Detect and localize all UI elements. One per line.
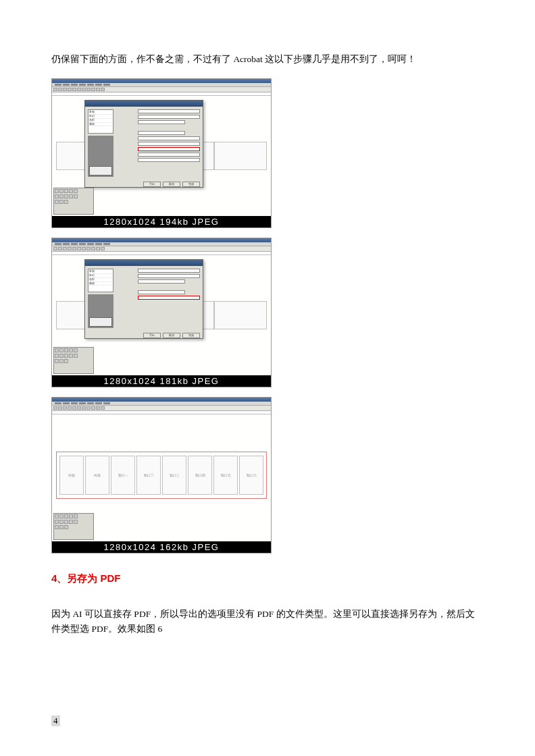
intro-paragraph: 仍保留下面的方面，作不备之需，不过有了 Acrobat 这以下步骤几乎是用不到了… <box>51 53 484 66</box>
screenshot-3: 封面 封底 勒口一 勒口二 勒口三 勒口四 勒口五 勒口六 1280x1024 … <box>51 397 484 554</box>
screenshot-2: 常规标记色彩高级 导出 <box>51 238 484 387</box>
screenshot-1-caption: 1280x1024 194kb JPEG <box>52 216 271 227</box>
screenshot-1: 常规标记色彩高级 <box>51 78 484 228</box>
screenshot-2-caption: 1280x1024 181kb JPEG <box>52 375 271 387</box>
screenshot-3-caption: 1280x1024 162kb JPEG <box>52 541 271 553</box>
dialog-export-button: 导出 <box>143 182 161 187</box>
body-paragraph: 因为 AI 可以直接存 PDF，所以导出的选项里没有 PDF 的文件类型。这里可… <box>51 607 484 636</box>
dialog-done-button: 完成 <box>182 182 200 187</box>
page-number: 4 <box>51 716 60 726</box>
section-heading: 4、另存为 PDF <box>51 572 484 585</box>
dialog-cancel-button: 取消 <box>163 182 180 187</box>
